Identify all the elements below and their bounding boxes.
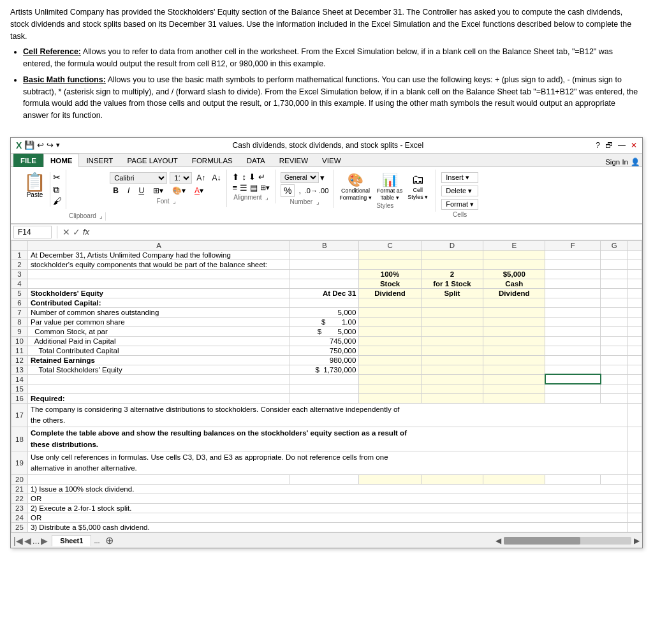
cell-a9[interactable]: Common Stock, at par — [27, 326, 290, 336]
cell-d13[interactable] — [421, 365, 483, 374]
scroll-left-icon[interactable]: ◀ — [495, 536, 501, 545]
number-format-select[interactable]: General — [281, 172, 319, 183]
cell-g7[interactable] — [601, 307, 628, 317]
cell-b13[interactable]: $ 1,730,000 — [290, 365, 359, 374]
cell-c8[interactable] — [359, 317, 421, 326]
cell-e13[interactable] — [483, 365, 545, 374]
cell-d10[interactable] — [421, 336, 483, 346]
decrease-font-size-button[interactable]: A↓ — [210, 173, 223, 183]
align-center-button[interactable]: ☰ — [240, 183, 247, 193]
cell-d14[interactable] — [421, 374, 483, 384]
sheet-tab-sheet1[interactable]: Sheet1 — [52, 535, 91, 546]
cell-f9[interactable] — [545, 326, 601, 336]
cell-b12[interactable]: 980,000 — [290, 355, 359, 365]
cell-a1[interactable]: At December 31, Artists Unlimited Compan… — [27, 250, 290, 260]
tab-review[interactable]: REVIEW — [272, 154, 315, 167]
border-button[interactable]: ⊞▾ — [150, 185, 166, 196]
tab-insert[interactable]: INSERT — [79, 154, 120, 167]
cell-d6[interactable] — [421, 298, 483, 307]
cell-a16[interactable]: Required: — [27, 393, 290, 403]
window-controls[interactable]: ? 🗗 — ✕ — [596, 141, 637, 150]
cell-f8[interactable] — [545, 317, 601, 326]
format-button[interactable]: Format ▾ — [441, 199, 478, 210]
decrease-decimal-button[interactable]: .00 — [319, 187, 328, 194]
cell-f3[interactable] — [545, 269, 601, 279]
cell-e10[interactable] — [483, 336, 545, 346]
cell-g12[interactable] — [601, 355, 628, 365]
cell-b8[interactable]: $ 1.00 — [290, 317, 359, 326]
cell-f16[interactable] — [545, 393, 601, 403]
cell-a2[interactable]: stockholder's equity components that wou… — [27, 260, 290, 269]
cell-d3[interactable]: 2 — [421, 269, 483, 279]
cell-b2[interactable] — [290, 260, 359, 269]
align-bottom-button[interactable]: ⬇ — [249, 172, 256, 182]
help-button[interactable]: ? — [596, 141, 600, 150]
cell-e9[interactable] — [483, 326, 545, 336]
cell-g1[interactable] — [601, 250, 628, 260]
cell-d4[interactable]: for 1 Stock — [421, 279, 483, 288]
close-button[interactable]: ✕ — [631, 141, 637, 150]
cell-f10[interactable] — [545, 336, 601, 346]
cell-d1[interactable] — [421, 250, 483, 260]
cell-c14[interactable] — [359, 374, 421, 384]
cell-a17[interactable]: The company is considering 3 alternative… — [27, 403, 627, 427]
cell-g15[interactable] — [601, 384, 628, 393]
cell-g4[interactable] — [601, 279, 628, 288]
cell-a5[interactable]: Stockholders' Equity — [27, 288, 290, 298]
cell-a3[interactable] — [27, 269, 290, 279]
cell-f1[interactable] — [545, 250, 601, 260]
cell-a18[interactable]: Complete the table above and show the re… — [27, 427, 627, 451]
cell-d12[interactable] — [421, 355, 483, 365]
cell-a7[interactable]: Number of common shares outstanding — [27, 307, 290, 317]
underline-button[interactable]: U — [135, 185, 147, 196]
add-sheet-button[interactable]: ⊕ — [105, 534, 114, 546]
cell-c5[interactable]: Dividend — [359, 288, 421, 298]
cell-e7[interactable] — [483, 307, 545, 317]
cell-c3[interactable]: 100% — [359, 269, 421, 279]
cell-g8[interactable] — [601, 317, 628, 326]
cell-g20[interactable] — [601, 475, 628, 485]
paste-button[interactable]: 📋 Paste — [20, 172, 50, 207]
cell-b10[interactable]: 745,000 — [290, 336, 359, 346]
conditional-formatting-button[interactable]: 🎨 ConditionalFormatting ▾ — [339, 172, 372, 201]
cell-c4[interactable]: Stock — [359, 279, 421, 288]
cell-e4[interactable]: Cash — [483, 279, 545, 288]
cell-d16[interactable] — [421, 393, 483, 403]
cell-b11[interactable]: 750,000 — [290, 346, 359, 355]
cell-e15[interactable] — [483, 384, 545, 393]
cell-e12[interactable] — [483, 355, 545, 365]
cell-f14[interactable] — [545, 374, 601, 384]
cell-a12[interactable]: Retained Earnings — [27, 355, 290, 365]
cell-c9[interactable] — [359, 326, 421, 336]
cell-e8[interactable] — [483, 317, 545, 326]
tab-file[interactable]: FILE — [13, 154, 43, 167]
scroll-right-icon[interactable]: ▶ — [634, 536, 640, 545]
cell-a11[interactable]: Total Contributed Capital — [27, 346, 290, 355]
cell-g3[interactable] — [601, 269, 628, 279]
align-top-button[interactable]: ⬆ — [232, 172, 239, 182]
cell-c10[interactable] — [359, 336, 421, 346]
cell-g11[interactable] — [601, 346, 628, 355]
align-right-button[interactable]: ▤ — [250, 183, 258, 193]
font-size-select[interactable]: 11 — [170, 172, 192, 184]
insert-button[interactable]: Insert ▾ — [441, 172, 478, 183]
redo-icon[interactable]: ↪ — [47, 140, 54, 150]
cell-a15[interactable] — [27, 384, 290, 393]
cell-a13[interactable]: Total Stockholders' Equity — [27, 365, 290, 374]
cell-a25[interactable]: 3) Distribute a $5,000 cash dividend. — [27, 523, 627, 532]
cell-g9[interactable] — [601, 326, 628, 336]
cell-c16[interactable] — [359, 393, 421, 403]
cell-b6[interactable] — [290, 298, 359, 307]
cell-e5[interactable]: Dividend — [483, 288, 545, 298]
formula-input[interactable] — [92, 228, 640, 237]
cell-e3[interactable]: $5,000 — [483, 269, 545, 279]
tab-nav-next[interactable]: ▶ — [41, 536, 48, 546]
cell-a6[interactable]: Contributed Capital: — [27, 298, 290, 307]
increase-font-size-button[interactable]: A↑ — [194, 173, 207, 183]
cell-g5[interactable] — [601, 288, 628, 298]
cell-a24[interactable]: OR — [27, 513, 627, 523]
tab-formulas[interactable]: FORMULAS — [185, 154, 240, 167]
cell-b15[interactable] — [290, 384, 359, 393]
wrap-text-button[interactable]: ↵ — [258, 172, 265, 182]
italic-button[interactable]: I — [124, 185, 133, 196]
